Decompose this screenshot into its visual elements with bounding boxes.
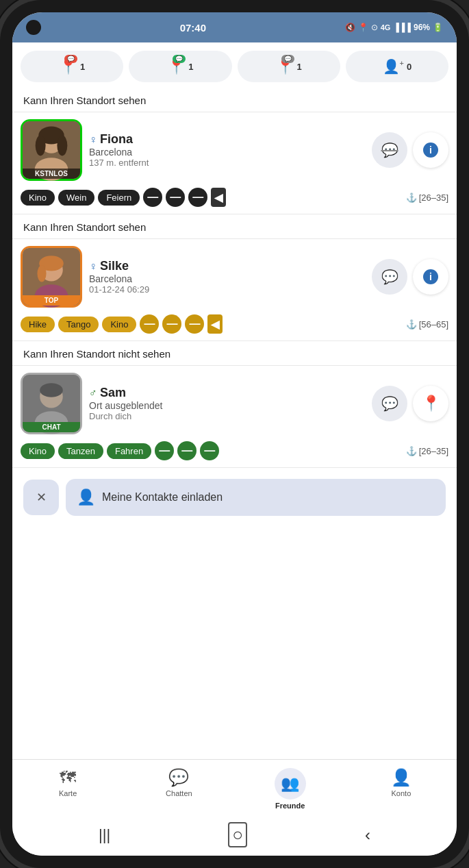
age-icon-2: ⚓ — [406, 319, 417, 330]
android-back-button[interactable]: ‹ — [365, 826, 370, 845]
notif-row: 📍 💬 1 📍 💬 1 📍 💬 1 — [12, 42, 457, 88]
avatar-sam[interactable]: CHAT — [21, 373, 82, 434]
fiona-tags-row: Kino Wein Feiern — — — ◀ ⚓ [26–35] — [21, 188, 448, 207]
tag-tango: Tango — [58, 317, 99, 332]
tag-dash-6: — — [162, 314, 181, 334]
tag-kino-1: Kino — [21, 190, 55, 206]
fiona-info-button[interactable]: i — [413, 132, 448, 168]
silke-info: ♀ Silke Barcelona 01-12-24 06:29 — [89, 259, 365, 295]
person-row-sam: CHAT ♂ Sam Ort ausgeblendet Durch dich 💬 — [21, 373, 448, 434]
main-content: Kann Ihren Standort sehen — [12, 88, 457, 759]
chat-badge-2: 💬 — [173, 55, 186, 63]
notif-pill-3[interactable]: 📍 💬 1 — [238, 51, 340, 82]
konto-icon: 👤 — [391, 768, 411, 787]
location-icon: 📍 — [358, 23, 368, 32]
tag-dash-9: — — [155, 441, 174, 460]
sam-age-range: ⚓ [26–35] — [406, 446, 448, 456]
notif-count-3: 1 — [297, 62, 302, 72]
invite-icon: 👤 — [77, 488, 95, 506]
silke-date: 01-12-24 06:29 — [89, 284, 365, 295]
fiona-actions: 💬 i — [372, 132, 448, 168]
nav-karte[interactable]: 🗺 Karte — [12, 765, 123, 813]
fiona-chat-button[interactable]: 💬 — [372, 132, 407, 168]
svg-point-14 — [40, 383, 63, 397]
chatten-label: Chatten — [166, 789, 192, 797]
fiona-location: Barcelona — [89, 147, 365, 158]
sam-avatar-label: CHAT — [23, 422, 80, 432]
network-icon: 4G — [381, 23, 391, 32]
person-card-silke: TOP ♀ Silke Barcelona 01-12-24 06:29 💬 — [12, 239, 457, 341]
svg-point-5 — [57, 136, 67, 156]
android-menu-button[interactable]: ||| — [99, 826, 110, 844]
tag-dash-7: — — [185, 314, 204, 334]
section-header-1: Kann Ihren Standort sehen — [12, 88, 457, 112]
notif-count-1: 1 — [80, 62, 85, 72]
sam-gender-icon: ♂ — [89, 387, 97, 399]
tag-hike: Hike — [21, 317, 55, 332]
nav-chatten[interactable]: 💬 Chatten — [123, 765, 234, 813]
silke-info-icon: i — [423, 269, 438, 284]
notif-pill-4[interactable]: 👤+ 0 — [346, 51, 448, 82]
sam-location-button[interactable]: 📍 — [413, 386, 448, 421]
tag-dash-11: — — [200, 441, 219, 460]
silke-chat-button[interactable]: 💬 — [372, 259, 407, 295]
sam-location-icon: 📍 — [422, 395, 440, 412]
silke-tags-row: Hike Tango Kino — — — ◀ ⚓ [56–65] — [21, 314, 448, 334]
notif-pill-1[interactable]: 📍 💬 1 — [21, 51, 123, 82]
person-card-fiona: KSTNLOS ♀ Fiona Barcelona 137 m. entfern… — [12, 112, 457, 214]
silke-avatar-label: TOP — [23, 295, 80, 306]
fiona-chat-icon: 💬 — [381, 142, 398, 158]
avatar-fiona[interactable]: KSTNLOS — [21, 119, 82, 181]
mute-icon: 🔇 — [345, 23, 355, 32]
chat-badge-3: 💬 — [281, 55, 294, 63]
chat-badge-1: 💬 — [64, 55, 77, 63]
fiona-distance: 137 m. entfernt — [89, 158, 365, 168]
android-home-button[interactable]: ○ — [228, 822, 247, 847]
konto-label: Konto — [392, 789, 411, 797]
android-nav: ||| ○ ‹ — [12, 815, 457, 856]
freunde-icon: 👥 — [281, 775, 299, 793]
bottom-nav: 🗺 Karte 💬 Chatten 👥 Freunde 👤 Konto — [12, 759, 457, 815]
silke-info-button[interactable]: i — [413, 259, 448, 295]
tag-dash-4: ◀ — [211, 188, 226, 207]
fiona-info: ♀ Fiona Barcelona 137 m. entfernt — [89, 132, 365, 168]
notif-pill-2[interactable]: 📍 💬 1 — [129, 51, 231, 82]
camera-notch — [26, 20, 41, 35]
sam-chat-button[interactable]: 💬 — [372, 386, 407, 421]
age-icon-3: ⚓ — [406, 446, 417, 456]
tag-dash-5: — — [140, 314, 159, 334]
status-icons: 🔇 📍 ⊙ 4G ▐▐▐ 96% 🔋 — [345, 23, 443, 32]
invite-contacts-button[interactable]: 👤 Meine Kontakte einladen — [66, 479, 446, 516]
tag-dash-10: — — [177, 441, 197, 460]
karte-label: Karte — [59, 789, 77, 797]
phone-shell: 07:40 🔇 📍 ⊙ 4G ▐▐▐ 96% 🔋 📍 💬 1 — [0, 0, 469, 868]
fiona-avatar-label: KSTNLOS — [23, 169, 80, 179]
avatar-silke[interactable]: TOP — [21, 246, 82, 308]
tag-kino-2: Kino — [102, 317, 136, 332]
notif-count-4: 0 — [407, 62, 411, 72]
silke-gender-icon: ♀ — [89, 260, 97, 273]
karte-icon: 🗺 — [60, 768, 76, 787]
silke-age-range: ⚓ [56–65] — [406, 319, 448, 330]
svg-point-10 — [37, 265, 46, 282]
svg-point-4 — [36, 136, 46, 156]
tag-tanzen: Tanzen — [58, 443, 103, 459]
chatten-icon: 💬 — [168, 768, 189, 787]
sam-name: ♂ Sam — [89, 386, 365, 400]
sam-sub: Durch dich — [89, 411, 365, 421]
sam-actions: 💬 📍 — [372, 386, 448, 421]
nav-freunde[interactable]: 👥 Freunde — [235, 765, 346, 813]
sam-chat-icon: 💬 — [381, 395, 398, 412]
battery-percent: 96% — [414, 23, 430, 32]
status-time: 07:40 — [180, 22, 206, 34]
tag-wein: Wein — [58, 190, 94, 206]
tag-kino-3: Kino — [21, 443, 55, 459]
sam-tags-row: Kino Tanzen Fahren — — — ⚓ [26–35] — [21, 441, 448, 460]
fiona-age-range: ⚓ [26–35] — [406, 193, 448, 203]
nav-konto[interactable]: 👤 Konto — [346, 765, 457, 813]
silke-name: ♀ Silke — [89, 259, 365, 273]
collapse-button[interactable]: ✕ — [23, 480, 59, 515]
collapse-icon: ✕ — [36, 490, 47, 505]
sam-location: Ort ausgeblendet — [89, 400, 365, 411]
sam-info: ♂ Sam Ort ausgeblendet Durch dich — [89, 386, 365, 421]
